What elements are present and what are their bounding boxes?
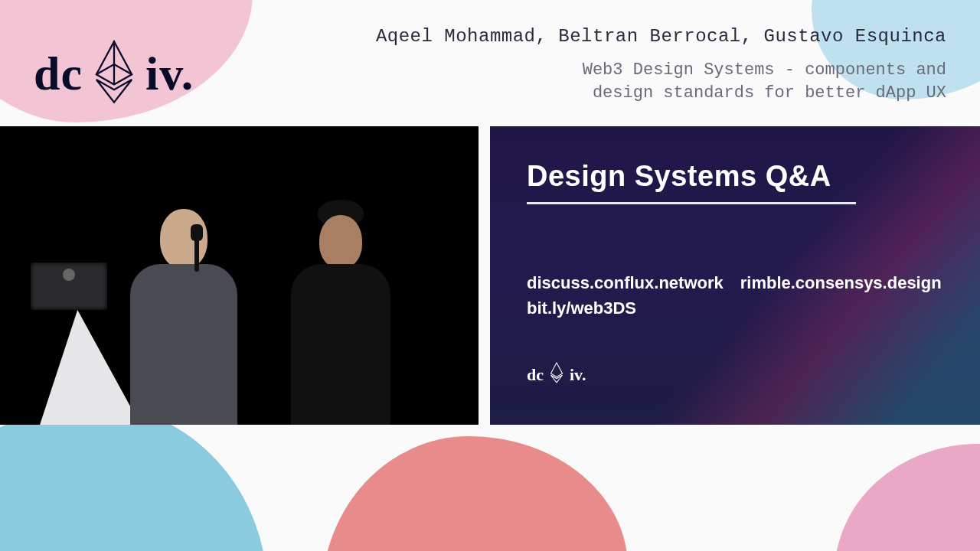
panel-divider bbox=[479, 126, 490, 425]
ethereum-icon bbox=[550, 362, 564, 388]
slide-footer-logo: dc iv. bbox=[527, 362, 954, 388]
slide-link: rimble.consensys.design bbox=[740, 270, 942, 295]
header: dc iv. Aqeel Mohammad, Beltran Berrocal,… bbox=[0, 0, 980, 126]
talk-title: Web3 Design Systems - components and des… bbox=[376, 59, 946, 104]
event-logo: dc iv. bbox=[34, 21, 194, 126]
title-block: Aqeel Mohammad, Beltran Berrocal, Gustav… bbox=[376, 21, 946, 126]
laptop-prop bbox=[31, 262, 107, 310]
slide-links-col: rimble.consensys.design bbox=[740, 270, 942, 321]
speaker-figure bbox=[291, 200, 390, 425]
content-row: Design Systems Q&A discuss.conflux.netwo… bbox=[0, 126, 980, 425]
slide-links: discuss.conflux.network bit.ly/web3DS ri… bbox=[527, 270, 954, 321]
slide-link: bit.ly/web3DS bbox=[527, 295, 724, 321]
bg-blob bbox=[835, 444, 980, 551]
video-feed bbox=[0, 126, 479, 425]
speaker-figure bbox=[130, 209, 237, 425]
logo-text-right: iv. bbox=[570, 365, 586, 385]
slide-links-col: discuss.conflux.network bit.ly/web3DS bbox=[527, 270, 724, 321]
slide-title: Design Systems Q&A bbox=[527, 160, 954, 193]
logo-text-left: dc bbox=[527, 365, 544, 385]
speaker-names: Aqeel Mohammad, Beltran Berrocal, Gustav… bbox=[376, 26, 946, 47]
slide-underline bbox=[527, 202, 856, 204]
logo-text-right: iv. bbox=[145, 47, 194, 101]
ethereum-icon bbox=[93, 39, 135, 109]
slide-link: discuss.conflux.network bbox=[527, 270, 724, 295]
talk-title-line: design standards for better dApp UX bbox=[376, 82, 946, 105]
talk-title-line: Web3 Design Systems - components and bbox=[376, 59, 946, 82]
microphone-prop bbox=[194, 236, 199, 272]
bg-blob bbox=[322, 436, 628, 551]
logo-text-left: dc bbox=[34, 47, 83, 101]
bg-blob bbox=[0, 406, 268, 551]
presentation-slide: Design Systems Q&A discuss.conflux.netwo… bbox=[490, 126, 980, 425]
